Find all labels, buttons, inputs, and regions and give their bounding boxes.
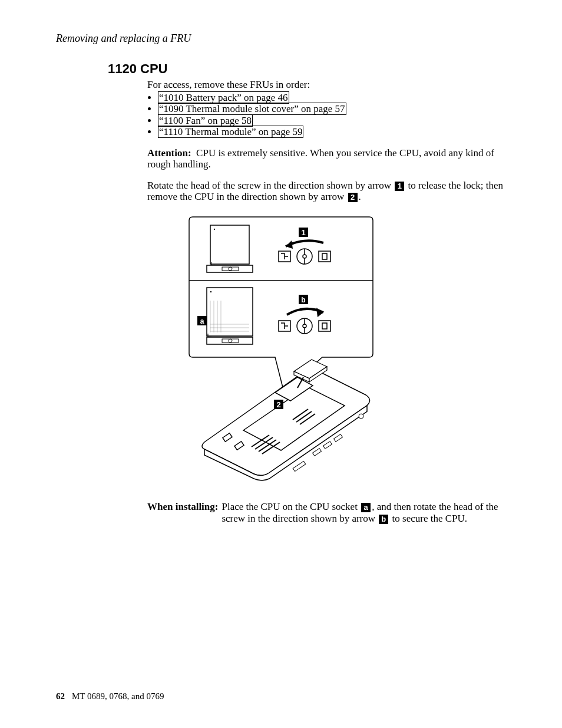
- text-fragment: Rotate the head of the screw in the dire…: [147, 180, 394, 191]
- list-item: “1110 Thermal module” on page 59: [158, 126, 506, 138]
- text-fragment: to secure the CPU.: [389, 513, 467, 524]
- page-footer: 62MT 0689, 0768, and 0769: [56, 691, 164, 701]
- svg-rect-50: [313, 449, 322, 456]
- svg-text:a: a: [200, 317, 204, 325]
- install-label: When installing:: [147, 501, 218, 525]
- svg-rect-48: [334, 434, 343, 442]
- attention-label: Attention:: [147, 147, 191, 159]
- attention-paragraph: Attention: CPU is extremely sensitive. W…: [147, 147, 506, 170]
- svg-rect-0: [210, 225, 249, 264]
- callout-b-icon: b: [379, 515, 388, 524]
- svg-point-11: [303, 255, 306, 258]
- svg-point-52: [359, 414, 363, 419]
- intro-text: For access, remove these FRUs in order:: [147, 79, 506, 91]
- svg-text:b: b: [301, 296, 305, 304]
- cross-ref-link[interactable]: “1110 Thermal module” on page 59: [158, 126, 303, 138]
- svg-rect-14: [207, 288, 253, 336]
- install-text: Place the CPU on the CPU socket a, and t…: [222, 501, 506, 525]
- cross-ref-link[interactable]: “1090 Thermal module slot cover” on page…: [158, 103, 346, 115]
- install-note: When installing: Place the CPU on the CP…: [147, 501, 506, 525]
- svg-rect-12: [319, 251, 330, 262]
- svg-rect-24: [222, 339, 239, 342]
- svg-text:1: 1: [301, 228, 305, 237]
- svg-text:2: 2: [276, 400, 280, 409]
- text-fragment: Place the CPU on the CPU socket: [222, 501, 360, 512]
- page-number: 62: [56, 691, 65, 701]
- list-item: “1010 Battery pack” on page 46: [158, 92, 506, 104]
- footer-text: MT 0689, 0768, and 0769: [72, 691, 164, 701]
- cpu-diagram: 1: [187, 212, 375, 483]
- svg-point-1: [214, 229, 215, 230]
- svg-rect-51: [293, 461, 306, 471]
- list-item: “1100 Fan” on page 58: [158, 115, 506, 127]
- cross-ref-link[interactable]: “1100 Fan” on page 58: [158, 114, 253, 127]
- svg-point-34: [303, 324, 306, 328]
- instruction-paragraph: Rotate the head of the screw in the dire…: [147, 180, 506, 203]
- list-item: “1090 Thermal module slot cover” on page…: [158, 103, 506, 115]
- fru-prereq-list: “1010 Battery pack” on page 46 “1090 The…: [147, 92, 506, 138]
- callout-2-icon: 2: [348, 193, 358, 202]
- svg-rect-35: [319, 321, 330, 331]
- svg-point-15: [210, 291, 211, 292]
- svg-rect-3: [222, 267, 239, 271]
- callout-a-icon: a: [361, 503, 371, 512]
- svg-rect-49: [323, 442, 332, 449]
- callout-1-icon: 1: [395, 182, 404, 191]
- cross-ref-link[interactable]: “1010 Battery pack” on page 46: [158, 91, 289, 104]
- text-fragment: .: [359, 191, 361, 202]
- section-heading: 1120 CPU: [108, 61, 506, 77]
- running-header: Removing and replacing a FRU: [56, 32, 506, 45]
- attention-text: CPU is extremely sensitive. When you ser…: [147, 147, 494, 170]
